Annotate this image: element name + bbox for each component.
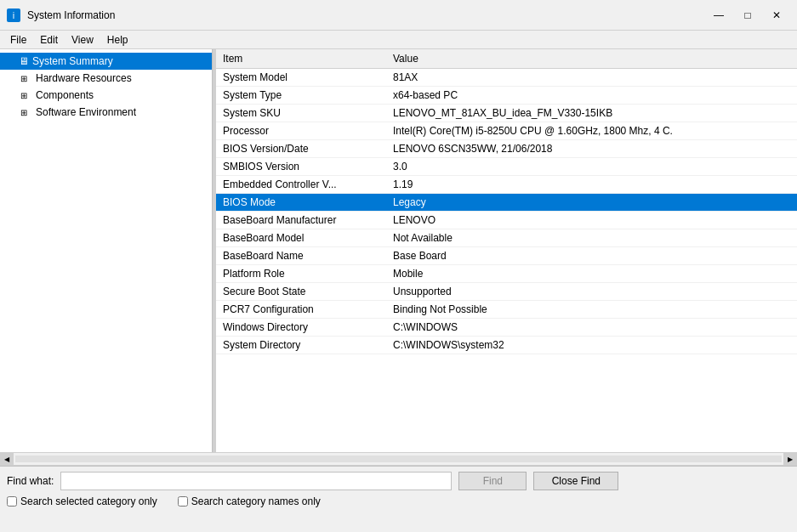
tree-label-system-summary: System Summary [32, 55, 113, 67]
info-table: Item Value System Model81AXSystem Typex6… [216, 49, 797, 354]
table-cell-value: 1.19 [386, 176, 797, 194]
expander-system-summary [3, 54, 17, 68]
table-cell-value: Binding Not Possible [386, 301, 797, 319]
table-cell-item: Processor [216, 122, 386, 140]
find-label: Find what: [7, 475, 54, 487]
table-row[interactable]: System SKULENOVO_MT_81AX_BU_idea_FM_V330… [216, 105, 797, 122]
search-category-names-label[interactable]: Search category names only [178, 495, 321, 507]
scroll-left-button[interactable]: ◀ [0, 452, 14, 466]
table-row[interactable]: System Typex64-based PC [216, 87, 797, 105]
tree-icon-system-summary: 🖥 [19, 55, 29, 67]
table-cell-item: System Directory [216, 337, 386, 354]
search-selected-category-checkbox[interactable] [7, 496, 17, 507]
bottom-panel: Find what: Find Close Find Search select… [0, 466, 797, 512]
close-button[interactable]: ✕ [763, 7, 790, 24]
tree-label-components: Components [36, 89, 94, 101]
table-cell-item: BIOS Mode [216, 194, 386, 212]
minimize-button[interactable]: — [705, 7, 732, 24]
expander-components: ⊞ [17, 88, 31, 102]
tree-item-hardware-resources[interactable]: ⊞ Hardware Resources [0, 70, 212, 87]
column-header-value: Value [386, 49, 797, 69]
table-cell-value: Legacy [386, 194, 797, 212]
table-row[interactable]: BIOS ModeLegacy [216, 194, 797, 212]
menu-help[interactable]: Help [100, 32, 135, 48]
find-button[interactable]: Find [458, 472, 527, 490]
table-row[interactable]: ProcessorIntel(R) Core(TM) i5-8250U CPU … [216, 122, 797, 140]
table-cell-value: Base Board [386, 247, 797, 265]
menu-edit[interactable]: Edit [33, 32, 65, 48]
tree-label-hardware-resources: Hardware Resources [36, 72, 132, 84]
close-find-button[interactable]: Close Find [533, 472, 618, 490]
menu-view[interactable]: View [65, 32, 100, 48]
scroll-right-button[interactable]: ▶ [783, 452, 797, 466]
table-cell-value: 3.0 [386, 158, 797, 176]
scroll-track[interactable] [15, 456, 782, 462]
window-title: System Information [27, 9, 115, 21]
find-input[interactable] [60, 472, 452, 490]
menu-bar: File Edit View Help [0, 31, 797, 49]
table-cell-item: System SKU [216, 105, 386, 122]
maximize-button[interactable]: □ [734, 7, 761, 24]
title-bar-left: i System Information [7, 8, 115, 22]
svg-text:i: i [13, 10, 14, 20]
tree-item-system-summary[interactable]: 🖥 System Summary [0, 53, 212, 70]
table-cell-value: Intel(R) Core(TM) i5-8250U CPU @ 1.60GHz… [386, 122, 797, 140]
table-row[interactable]: BaseBoard ManufacturerLENOVO [216, 212, 797, 229]
table-row[interactable]: Embedded Controller V...1.19 [216, 176, 797, 194]
table-cell-item: System Type [216, 87, 386, 105]
tree-item-software-environment[interactable]: ⊞ Software Environment [0, 104, 212, 121]
table-cell-value: LENOVO_MT_81AX_BU_idea_FM_V330-15IKB [386, 105, 797, 122]
table-cell-item: SMBIOS Version [216, 158, 386, 176]
search-category-names-text: Search category names only [191, 495, 321, 507]
table-cell-value: x64-based PC [386, 87, 797, 105]
table-row[interactable]: System DirectoryC:\WINDOWS\system32 [216, 337, 797, 354]
expander-hardware-resources: ⊞ [17, 71, 31, 85]
table-cell-item: Secure Boot State [216, 283, 386, 301]
table-cell-value: LENOVO [386, 212, 797, 229]
tree-item-components[interactable]: ⊞ Components [0, 87, 212, 104]
table-header-row: Item Value [216, 49, 797, 69]
table-cell-value: Not Available [386, 229, 797, 247]
table-row[interactable]: BaseBoard NameBase Board [216, 247, 797, 265]
table-cell-item: BaseBoard Manufacturer [216, 212, 386, 229]
app-icon: i [7, 8, 20, 22]
tree-panel: 🖥 System Summary ⊞ Hardware Resources ⊞ … [0, 49, 213, 452]
checkbox-row: Search selected category only Search cat… [7, 495, 790, 507]
search-selected-category-label[interactable]: Search selected category only [7, 495, 157, 507]
column-header-item: Item [216, 49, 386, 69]
table-row[interactable]: Secure Boot StateUnsupported [216, 283, 797, 301]
expander-software: ⊞ [17, 105, 31, 119]
title-bar: i System Information — □ ✕ [0, 0, 797, 31]
search-category-names-checkbox[interactable] [178, 496, 188, 507]
table-cell-value: LENOVO 6SCN35WW, 21/06/2018 [386, 140, 797, 158]
table-cell-item: Windows Directory [216, 319, 386, 337]
table-cell-item: BaseBoard Name [216, 247, 386, 265]
menu-file[interactable]: File [3, 32, 33, 48]
table-cell-item: System Model [216, 69, 386, 87]
search-selected-category-text: Search selected category only [20, 495, 157, 507]
table-row[interactable]: BIOS Version/DateLENOVO 6SCN35WW, 21/06/… [216, 140, 797, 158]
table-row[interactable]: System Model81AX [216, 69, 797, 87]
horizontal-scrollbar[interactable]: ◀ ▶ [0, 452, 797, 466]
main-content: 🖥 System Summary ⊞ Hardware Resources ⊞ … [0, 49, 797, 452]
table-row[interactable]: SMBIOS Version3.0 [216, 158, 797, 176]
table-cell-value: Unsupported [386, 283, 797, 301]
table-row[interactable]: BaseBoard ModelNot Available [216, 229, 797, 247]
find-row: Find what: Find Close Find [7, 472, 790, 490]
table-cell-value: C:\WINDOWS [386, 319, 797, 337]
table-row[interactable]: PCR7 ConfigurationBinding Not Possible [216, 301, 797, 319]
table-cell-item: Embedded Controller V... [216, 176, 386, 194]
table-cell-item: Platform Role [216, 265, 386, 283]
table-row[interactable]: Platform RoleMobile [216, 265, 797, 283]
table-panel: Item Value System Model81AXSystem Typex6… [216, 49, 797, 452]
table-cell-value: 81AX [386, 69, 797, 87]
table-row[interactable]: Windows DirectoryC:\WINDOWS [216, 319, 797, 337]
window-controls: — □ ✕ [705, 7, 790, 24]
table-cell-item: BIOS Version/Date [216, 140, 386, 158]
table-cell-item: PCR7 Configuration [216, 301, 386, 319]
table-cell-value: C:\WINDOWS\system32 [386, 337, 797, 354]
table-cell-value: Mobile [386, 265, 797, 283]
tree-label-software-environment: Software Environment [36, 106, 136, 118]
table-cell-item: BaseBoard Model [216, 229, 386, 247]
